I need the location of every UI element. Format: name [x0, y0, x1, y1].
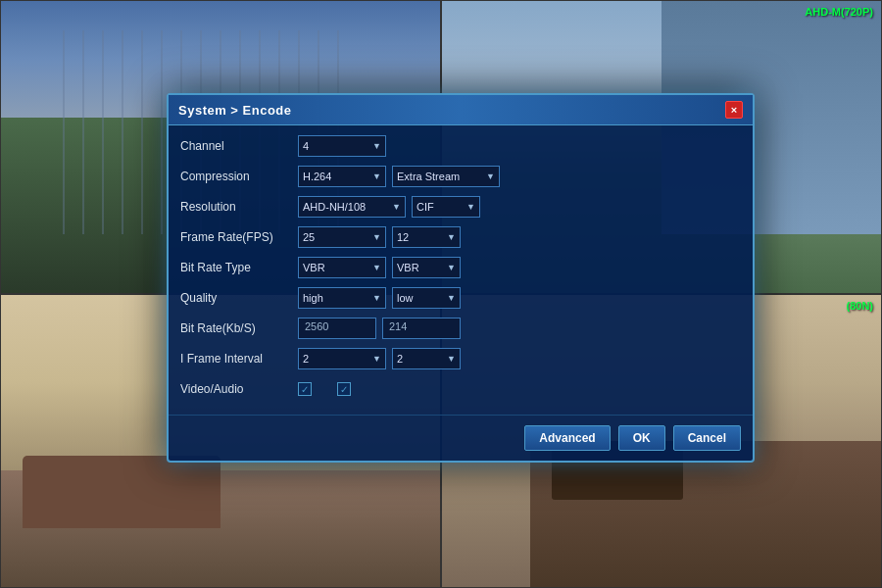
resolution-controls: AHD-NH/108 ▼ CIF ▼	[298, 196, 741, 218]
compression-label: Compression	[180, 170, 298, 183]
ok-button[interactable]: OK	[618, 425, 665, 451]
resolution-main-arrow: ▼	[392, 202, 401, 212]
quality-controls: high ▼ low ▼	[298, 287, 741, 309]
resolution-extra-arrow: ▼	[466, 202, 475, 212]
channel-label: Channel	[180, 139, 298, 153]
quality-row: Quality high ▼ low ▼	[180, 285, 741, 311]
bit-rate-type-extra-select[interactable]: VBR ▼	[392, 257, 461, 278]
channel-row: Channel 4 ▼	[180, 133, 741, 159]
iframe-main-arrow: ▼	[372, 354, 381, 364]
quality-main-arrow: ▼	[372, 293, 381, 303]
resolution-label: Resolution	[180, 200, 298, 214]
bit-rate-type-main-arrow: ▼	[372, 263, 381, 272]
video-audio-row: Video/Audio	[180, 376, 741, 402]
frame-rate-main-arrow: ▼	[372, 232, 381, 242]
compression-select[interactable]: H.264 ▼	[298, 166, 386, 187]
frame-rate-controls: 25 ▼ 12 ▼	[298, 226, 741, 248]
iframe-extra-select[interactable]: 2 ▼	[392, 348, 461, 369]
dialog-title: System > Encode	[178, 103, 292, 118]
frame-rate-label: Frame Rate(FPS)	[180, 230, 298, 244]
dialog-footer: Advanced OK Cancel	[169, 415, 753, 461]
video-audio-extra-checkbox[interactable]	[337, 382, 351, 396]
bit-rate-type-extra-arrow: ▼	[447, 263, 456, 272]
channel-select[interactable]: 4 ▼	[298, 135, 386, 157]
dialog-titlebar: System > Encode ×	[169, 95, 753, 125]
compression-arrow: ▼	[372, 172, 381, 181]
bit-rate-controls: 2560 214	[298, 318, 741, 339]
video-audio-main-checkbox[interactable]	[298, 382, 312, 396]
iframe-label: I Frame Interval	[180, 352, 298, 366]
cancel-button[interactable]: Cancel	[673, 425, 741, 451]
frame-rate-extra-arrow: ▼	[447, 232, 456, 242]
dialog-body: Channel 4 ▼ Compression H.264 ▼	[169, 125, 753, 415]
bit-rate-row: Bit Rate(Kb/S) 2560 214	[180, 316, 741, 341]
quality-extra-arrow: ▼	[447, 293, 456, 303]
iframe-main-select[interactable]: 2 ▼	[298, 348, 386, 369]
resolution-row: Resolution AHD-NH/108 ▼ CIF ▼	[180, 194, 741, 220]
video-audio-label: Video/Audio	[180, 382, 298, 396]
bit-rate-type-row: Bit Rate Type VBR ▼ VBR ▼	[180, 255, 741, 280]
compression-controls: H.264 ▼ Extra Stream ▼	[298, 166, 741, 187]
quality-main-select[interactable]: high ▼	[298, 287, 386, 309]
compression-row: Compression H.264 ▼ Extra Stream ▼	[180, 164, 741, 189]
bit-rate-type-label: Bit Rate Type	[180, 261, 298, 274]
frame-rate-extra-select[interactable]: 12 ▼	[392, 226, 461, 248]
frame-rate-row: Frame Rate(FPS) 25 ▼ 12 ▼	[180, 224, 741, 250]
close-button[interactable]: ×	[725, 101, 743, 119]
iframe-row: I Frame Interval 2 ▼ 2 ▼	[180, 346, 741, 371]
bit-rate-main-input[interactable]: 2560	[298, 318, 376, 339]
bit-rate-type-controls: VBR ▼ VBR ▼	[298, 257, 741, 278]
bit-rate-extra-input[interactable]: 214	[382, 318, 461, 339]
bit-rate-label: Bit Rate(Kb/S)	[180, 321, 298, 335]
bit-rate-type-main-select[interactable]: VBR ▼	[298, 257, 386, 278]
resolution-extra-select[interactable]: CIF ▼	[412, 196, 480, 218]
dialog-overlay: System > Encode × Channel 4 ▼ Compressio…	[0, 0, 882, 588]
quality-label: Quality	[180, 291, 298, 305]
iframe-extra-arrow: ▼	[447, 354, 456, 364]
advanced-button[interactable]: Advanced	[524, 425, 610, 451]
iframe-controls: 2 ▼ 2 ▼	[298, 348, 741, 369]
quality-extra-select[interactable]: low ▼	[392, 287, 461, 309]
resolution-main-select[interactable]: AHD-NH/108 ▼	[298, 196, 406, 218]
frame-rate-main-select[interactable]: 25 ▼	[298, 226, 386, 248]
channel-controls: 4 ▼	[298, 135, 741, 157]
encode-dialog: System > Encode × Channel 4 ▼ Compressio…	[167, 93, 755, 463]
channel-arrow: ▼	[372, 141, 381, 151]
extra-stream-select[interactable]: Extra Stream ▼	[392, 166, 500, 187]
extra-stream-arrow: ▼	[486, 172, 495, 181]
video-audio-controls	[298, 382, 741, 396]
